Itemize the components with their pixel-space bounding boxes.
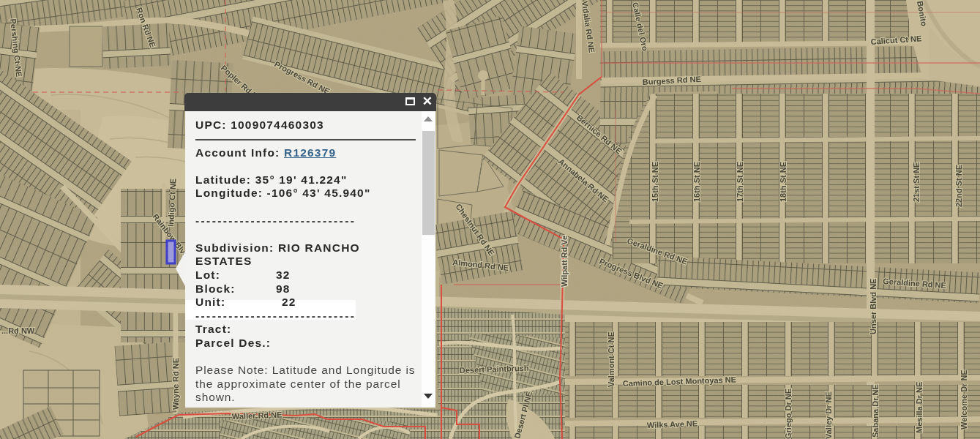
svg-text:15th St NE: 15th St NE: [651, 162, 659, 202]
svg-text:Wilpatt Rd Ve: Wilpatt Rd Ve: [560, 236, 569, 287]
svg-text:...Rd NW: ...Rd NW: [1, 326, 35, 335]
svg-text:Griego Dr NE: Griego Dr NE: [784, 389, 793, 439]
svg-text:Waller Rd NE: Waller Rd NE: [232, 410, 283, 421]
svg-text:21st St NE: 21st St NE: [912, 162, 921, 202]
svg-text:Wayne Rd NE: Wayne Rd NE: [171, 358, 180, 410]
svg-text:16th St NE: 16th St NE: [692, 162, 701, 202]
svg-text:Welcome Dr NE: Welcome Dr NE: [960, 369, 968, 429]
svg-text:Valley Dr NE: Valley Dr NE: [824, 391, 833, 439]
svg-text:Wilks Ave NE: Wilks Ave NE: [647, 419, 698, 429]
svg-text:Unser Blvd NE: Unser Blvd NE: [869, 279, 878, 334]
svg-text:Sabana Dr NE: Sabana Dr NE: [871, 384, 880, 438]
svg-text:Valmont Ct NE: Valmont Ct NE: [607, 331, 616, 387]
svg-text:17th St NE: 17th St NE: [736, 162, 744, 202]
svg-text:18th St NE: 18th St NE: [779, 162, 788, 202]
svg-text:Mesilla Dr NE: Mesilla Dr NE: [915, 382, 924, 433]
svg-text:22nd St NE: 22nd St NE: [954, 165, 963, 207]
